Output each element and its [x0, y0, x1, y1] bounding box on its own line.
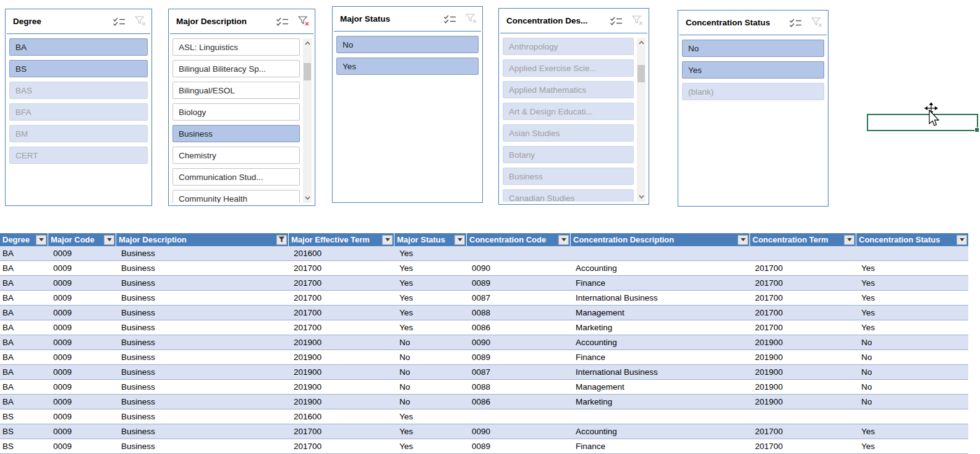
- filter-dropdown-icon[interactable]: [738, 235, 748, 245]
- clear-filter-icon[interactable]: [811, 17, 823, 28]
- table-cell[interactable]: No: [394, 350, 467, 364]
- table-cell[interactable]: Business: [116, 439, 289, 453]
- table-cell[interactable]: 0009: [48, 424, 116, 439]
- table-cell[interactable]: 0009: [48, 320, 116, 335]
- table-cell[interactable]: BA: [0, 276, 48, 290]
- clear-filter-icon[interactable]: [466, 14, 477, 24]
- table-cell[interactable]: Business: [116, 261, 289, 275]
- table-cell[interactable]: Business: [116, 306, 289, 320]
- table-cell[interactable]: Business: [116, 276, 289, 290]
- table-cell[interactable]: 201700: [289, 439, 394, 453]
- table-cell[interactable]: 201700: [750, 439, 856, 453]
- table-cell[interactable]: 201700: [289, 276, 394, 290]
- table-cell[interactable]: 201900: [750, 365, 856, 379]
- table-cell[interactable]: No: [394, 335, 467, 349]
- table-cell[interactable]: 201600: [289, 409, 394, 424]
- table-cell[interactable]: BS: [0, 439, 48, 453]
- slicer-item[interactable]: BA: [9, 38, 148, 56]
- table-cell[interactable]: 0009: [48, 409, 116, 424]
- scrollbar[interactable]: [303, 38, 312, 203]
- table-cell[interactable]: BA: [0, 320, 48, 335]
- table-cell[interactable]: 201700: [289, 291, 394, 305]
- table-cell[interactable]: Yes: [856, 276, 968, 290]
- filter-applied-icon[interactable]: [276, 235, 287, 245]
- table-cell[interactable]: Accounting: [571, 424, 750, 439]
- multi-select-icon[interactable]: [789, 18, 803, 28]
- table-cell[interactable]: Yes: [856, 291, 968, 305]
- table-cell[interactable]: 0009: [48, 246, 116, 260]
- filter-dropdown-icon[interactable]: [957, 235, 967, 245]
- filter-dropdown-icon[interactable]: [382, 235, 393, 245]
- table-cell[interactable]: BA: [0, 380, 48, 394]
- table-cell[interactable]: No: [394, 395, 467, 409]
- filter-dropdown-icon[interactable]: [844, 235, 854, 245]
- table-cell[interactable]: Finance: [571, 276, 750, 290]
- slicer-item[interactable]: Yes: [682, 61, 824, 79]
- filter-dropdown-icon[interactable]: [454, 235, 465, 245]
- table-cell[interactable]: Yes: [394, 276, 467, 290]
- table-cell[interactable]: BA: [0, 335, 48, 349]
- slicer-item[interactable]: (blank): [682, 83, 824, 100]
- table-cell[interactable]: [571, 409, 750, 424]
- slicer-item[interactable]: Yes: [336, 58, 479, 75]
- scroll-up-arrow[interactable]: [637, 38, 646, 47]
- slicer-item[interactable]: Business: [503, 168, 634, 185]
- table-cell[interactable]: No: [856, 350, 968, 364]
- table-cell[interactable]: Yes: [856, 261, 968, 275]
- table-cell[interactable]: 0088: [467, 380, 571, 394]
- table-cell[interactable]: Business: [116, 350, 289, 364]
- scroll-up-arrow[interactable]: [303, 39, 312, 48]
- table-cell[interactable]: No: [856, 365, 968, 379]
- table-cell[interactable]: 0009: [48, 291, 116, 305]
- table-cell[interactable]: 201900: [750, 335, 856, 349]
- table-cell[interactable]: 0009: [48, 306, 116, 320]
- table-cell[interactable]: 201900: [289, 350, 394, 364]
- table-cell[interactable]: 0009: [48, 395, 116, 409]
- slicer-item[interactable]: No: [682, 40, 824, 57]
- table-cell[interactable]: Business: [116, 246, 289, 260]
- table-cell[interactable]: 0087: [467, 365, 571, 379]
- table-cell[interactable]: BA: [0, 291, 48, 305]
- table-cell[interactable]: 201900: [750, 395, 856, 409]
- table-cell[interactable]: 201900: [750, 380, 856, 394]
- table-cell[interactable]: Business: [116, 291, 289, 305]
- table-cell[interactable]: 201900: [289, 380, 394, 394]
- table-cell[interactable]: Marketing: [571, 395, 750, 409]
- slicer-item[interactable]: Applied Mathematics: [503, 81, 634, 98]
- table-cell[interactable]: 0009: [48, 335, 116, 349]
- table-cell[interactable]: 0089: [467, 350, 571, 364]
- table-cell[interactable]: 201700: [750, 424, 856, 439]
- table-cell[interactable]: BA: [0, 306, 48, 320]
- clear-filter-icon[interactable]: [298, 16, 310, 27]
- table-cell[interactable]: [467, 409, 571, 424]
- slicer-item[interactable]: Chemistry: [173, 147, 300, 164]
- table-cell[interactable]: Yes: [394, 291, 467, 305]
- filter-dropdown-icon[interactable]: [36, 235, 46, 245]
- slicer-item[interactable]: Biology: [173, 103, 300, 121]
- table-cell[interactable]: 0009: [48, 261, 116, 275]
- table-cell[interactable]: 0090: [467, 424, 571, 439]
- table-cell[interactable]: Business: [116, 395, 289, 409]
- table-cell[interactable]: Business: [116, 365, 289, 379]
- table-cell[interactable]: No: [856, 395, 968, 409]
- slicer-item[interactable]: Applied Exercise Scie...: [503, 59, 634, 77]
- table-cell[interactable]: Accounting: [571, 261, 750, 275]
- table-cell[interactable]: 0090: [467, 261, 571, 275]
- table-cell[interactable]: BA: [0, 350, 48, 364]
- slicer-item[interactable]: CERT: [9, 147, 148, 164]
- slicer-item[interactable]: ASL: Linguistics: [173, 38, 300, 56]
- table-cell[interactable]: 201700: [289, 261, 394, 275]
- fill-handle[interactable]: [974, 127, 979, 132]
- table-cell[interactable]: No: [856, 335, 968, 349]
- table-cell[interactable]: Yes: [394, 246, 467, 260]
- multi-select-icon[interactable]: [610, 16, 623, 26]
- selected-cell[interactable]: [867, 114, 978, 131]
- table-cell[interactable]: Marketing: [571, 320, 750, 335]
- table-cell[interactable]: BA: [0, 395, 48, 409]
- table-cell[interactable]: [467, 246, 571, 260]
- table-cell[interactable]: 0086: [467, 320, 571, 335]
- table-cell[interactable]: BS: [0, 424, 48, 439]
- table-cell[interactable]: 201700: [289, 320, 394, 335]
- table-cell[interactable]: Accounting: [571, 335, 750, 349]
- table-cell[interactable]: 0009: [48, 365, 116, 379]
